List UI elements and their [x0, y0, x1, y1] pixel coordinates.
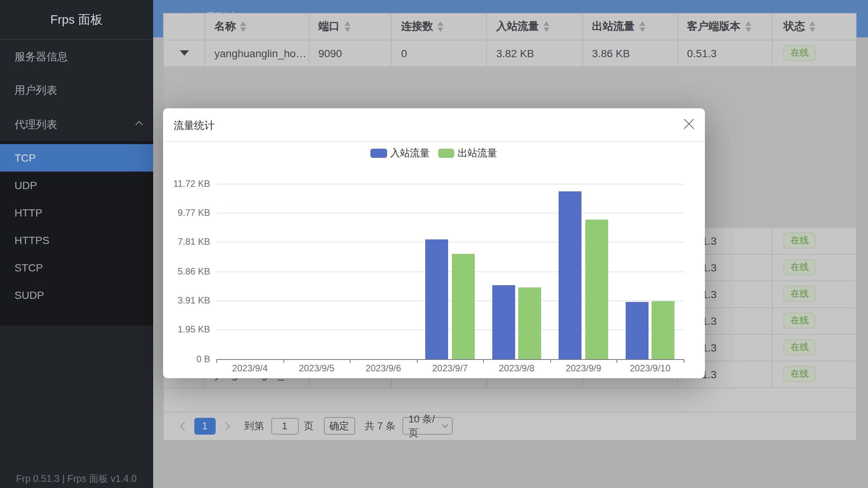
status-badge: 在线 — [783, 286, 815, 302]
sidebar-item-stcp[interactable]: STCP — [0, 254, 153, 281]
expand-column-header — [164, 14, 205, 39]
y-gridline — [216, 330, 683, 331]
sidebar: Frps 面板 服务器信息用户列表代理列表 TCPUDPHTTPHTTPSSTC… — [0, 0, 153, 488]
column-header-label: 连接数 — [401, 20, 433, 34]
column-header-label: 客户端版本 — [687, 20, 740, 34]
goto-page-input[interactable] — [271, 418, 298, 435]
table-header-row: 名称端口连接数入站流量出站流量客户端版本状态 — [164, 14, 855, 40]
app-title: Frps 面板 — [0, 0, 153, 39]
x-axis-label: 2023/9/5 — [283, 363, 350, 373]
column-header-label: 名称 — [215, 20, 236, 34]
cell-status: 在线 — [773, 308, 855, 334]
cell-status: 在线 — [773, 254, 855, 280]
expand-cell — [164, 40, 205, 66]
column-header-label: 端口 — [318, 20, 340, 34]
sort-caret-icon[interactable] — [809, 21, 815, 32]
column-header-label: 入站流量 — [496, 20, 539, 34]
sort-caret-icon[interactable] — [438, 21, 444, 32]
sidebar-menu: 服务器信息用户列表代理列表 — [0, 39, 153, 141]
y-axis-label: 5.86 KB — [165, 266, 210, 276]
cell-name: yanghuanglin_ho… — [205, 40, 309, 66]
pagination-bar: 1 到第 页 确定 共 7 条 10 条/页 — [164, 411, 855, 440]
cell-port: 9090 — [309, 40, 392, 66]
proxy-submenu: TCPUDPHTTPHTTPSSTCPSUDP — [0, 141, 153, 326]
x-axis-label: 2023/9/8 — [484, 363, 550, 373]
sidebar-item-sudp[interactable]: SUDP — [0, 281, 153, 309]
bar-出站流量-2023/9/8 — [518, 287, 541, 359]
y-gridline — [216, 271, 683, 272]
x-axis-label: 2023/9/6 — [350, 363, 416, 373]
y-axis-label: 0 B — [165, 355, 210, 364]
column-header-6[interactable]: 客户端版本 — [678, 14, 773, 39]
sort-caret-icon[interactable] — [240, 21, 247, 32]
cell-connections: 0 — [392, 40, 487, 66]
next-page-button[interactable] — [218, 418, 235, 435]
column-header-7[interactable]: 状态 — [773, 14, 855, 39]
goto-page-label: 到第 — [244, 419, 264, 433]
cell-traffic-in: 3.82 KB — [487, 40, 583, 66]
column-header-label: 状态 — [783, 20, 805, 34]
column-header-5[interactable]: 出站流量 — [583, 14, 678, 39]
status-badge: 在线 — [783, 259, 815, 275]
x-axis-label: 2023/9/7 — [417, 363, 483, 373]
column-header-4[interactable]: 入站流量 — [487, 14, 583, 39]
frps-dashboard: Frps 面板 服务器信息用户列表代理列表 TCPUDPHTTPHTTPSSTC… — [0, 0, 868, 488]
prev-page-button[interactable] — [175, 418, 191, 435]
chevron-right-icon — [221, 422, 230, 430]
y-axis-label: 1.95 KB — [165, 325, 210, 334]
cell-status: 在线 — [773, 361, 855, 387]
bar-入站流量-2023/9/8 — [492, 285, 515, 359]
x-axis-label: 2023/9/10 — [617, 363, 683, 373]
version-footer: Frp 0.51.3 | Frps 面板 v1.4.0 — [0, 473, 153, 486]
sort-caret-icon[interactable] — [543, 21, 549, 32]
sort-caret-icon[interactable] — [639, 21, 645, 32]
x-axis-line — [216, 359, 684, 360]
chevron-left-icon — [180, 422, 189, 430]
bar-入站流量-2023/9/7 — [425, 239, 448, 359]
traffic-stats-dialog: 流量统计 入站流量出站流量 0 B1.95 KB3.91 KB5.86 KB7.… — [163, 108, 705, 378]
collapse-row-icon[interactable] — [179, 51, 189, 56]
status-badge: 在线 — [783, 45, 815, 61]
bar-出站流量-2023/9/7 — [452, 254, 475, 359]
y-axis-label: 3.91 KB — [165, 296, 210, 305]
page-size-select[interactable]: 10 条/页 — [402, 417, 453, 435]
page-number-button[interactable]: 1 — [194, 418, 215, 435]
sidebar-item-用户列表[interactable]: 用户列表 — [0, 73, 153, 107]
status-badge: 在线 — [783, 339, 815, 355]
cell-status: 在线 — [773, 228, 855, 254]
x-axis-label: 2023/9/4 — [217, 363, 283, 373]
table-row: yanghuanglin_ho…909003.82 KB3.86 KB0.51.… — [164, 40, 855, 67]
chevron-up-icon — [135, 120, 143, 128]
bar-入站流量-2023/9/9 — [559, 191, 582, 359]
sort-caret-icon[interactable] — [745, 21, 751, 32]
cell-status: 在线 — [773, 334, 855, 360]
sidebar-item-udp[interactable]: UDP — [0, 172, 153, 199]
sidebar-item-tcp[interactable]: TCP — [0, 144, 153, 172]
sidebar-item-label: 用户列表 — [14, 84, 57, 96]
page-size-value: 10 条/页 — [408, 413, 443, 440]
bar-出站流量-2023/9/10 — [652, 301, 675, 359]
column-header-1[interactable]: 名称 — [205, 14, 309, 39]
sort-caret-icon[interactable] — [344, 21, 350, 32]
column-header-2[interactable]: 端口 — [309, 14, 392, 39]
page-unit-label: 页 — [304, 419, 314, 433]
sidebar-item-服务器信息[interactable]: 服务器信息 — [0, 39, 153, 73]
column-header-3[interactable]: 连接数 — [392, 14, 487, 39]
status-badge: 在线 — [783, 366, 815, 382]
status-badge: 在线 — [783, 313, 815, 329]
bar-入站流量-2023/9/10 — [625, 302, 649, 359]
sidebar-item-http[interactable]: HTTP — [0, 199, 153, 226]
x-axis-label: 2023/9/9 — [550, 363, 617, 373]
cell-traffic-out: 3.86 KB — [583, 40, 678, 66]
y-axis-label: 7.81 KB — [165, 238, 210, 247]
traffic-bar-chart: 0 B1.95 KB3.91 KB5.86 KB7.81 KB9.77 KB11… — [163, 108, 705, 378]
x-axis-tick — [684, 360, 684, 363]
confirm-button[interactable]: 确定 — [323, 417, 355, 435]
sidebar-item-label: 服务器信息 — [14, 50, 68, 62]
cell-status: 在线 — [773, 40, 855, 66]
sidebar-item-代理列表[interactable]: 代理列表 — [0, 107, 153, 141]
sidebar-item-https[interactable]: HTTPS — [0, 226, 153, 254]
y-gridline — [216, 213, 683, 214]
y-gridline — [216, 242, 683, 243]
y-axis-label: 11.72 KB — [165, 179, 210, 188]
